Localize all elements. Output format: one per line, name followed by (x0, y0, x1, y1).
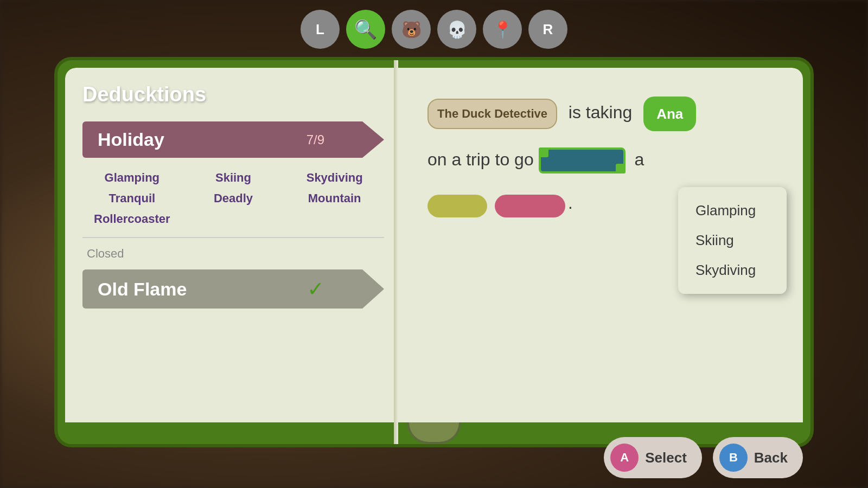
page-title: Deducktions (82, 83, 384, 106)
select-button[interactable]: A Select (604, 437, 702, 478)
clues-icon: 💀 (447, 20, 467, 39)
holiday-banner-count: 7/9 (307, 132, 324, 147)
checkmark-icon: ✓ (307, 277, 324, 301)
character-icon: 🐻 (401, 20, 422, 39)
section-divider (82, 237, 384, 238)
activity-mountain[interactable]: Mountain (289, 189, 380, 208)
verb-text: is taking (569, 102, 632, 122)
back-label: Back (754, 450, 788, 466)
duck-detective-badge: The Duck Detective (427, 99, 557, 129)
activity-skydiving[interactable]: Skydiving (289, 169, 380, 187)
spine-knob (407, 422, 461, 444)
right-trigger-btn[interactable]: R (528, 10, 567, 49)
closed-label: Closed (82, 247, 384, 261)
deduction-sentence-2: on a trip to go a (427, 142, 777, 177)
dropdown-item-skydiving[interactable]: Skydiving (678, 255, 787, 285)
holiday-banner-title: Holiday (98, 129, 164, 150)
activity-deadly[interactable]: Deadly (188, 189, 279, 208)
map-icon: 📍 (493, 20, 513, 39)
right-page: The Duck Detective is taking Ana on a tr… (401, 68, 803, 422)
activity-glamping[interactable]: Glamping (87, 169, 177, 187)
middle-text: on a trip to go (427, 150, 539, 169)
search-icon: 🔍 (354, 18, 377, 40)
deduction-sentence: The Duck Detective is taking Ana (427, 95, 777, 131)
left-page: Deducktions Holiday 7/9 Glamping Skiing … (65, 68, 401, 422)
dropdown-menu[interactable]: Glamping Skiing Skydiving (678, 187, 787, 294)
tab-clues[interactable]: 💀 (437, 10, 476, 49)
select-circle: A (610, 444, 639, 472)
bottom-buttons: A Select B Back (604, 437, 803, 478)
old-flame-title: Old Flame (98, 279, 187, 300)
book-pages: Deducktions Holiday 7/9 Glamping Skiing … (65, 68, 803, 422)
book-container: Deducktions Holiday 7/9 Glamping Skiing … (54, 57, 814, 447)
holiday-banner[interactable]: Holiday 7/9 (82, 121, 384, 158)
activity-grid: Glamping Skiing Skydiving Tranquil Deadl… (82, 169, 384, 228)
old-flame-banner[interactable]: Old Flame ✓ (82, 269, 384, 309)
dropdown-item-glamping[interactable]: Glamping (678, 196, 787, 226)
tab-character[interactable]: 🐻 (392, 10, 431, 49)
period: . (568, 193, 573, 213)
tab-search[interactable]: 🔍 (346, 10, 385, 49)
ana-badge: Ana (643, 97, 696, 131)
left-trigger-btn[interactable]: L (301, 10, 340, 49)
back-circle: B (719, 444, 748, 472)
back-button[interactable]: B Back (713, 437, 803, 478)
suffix-text: a (634, 150, 644, 169)
activity-rollercoaster[interactable]: Rollercoaster (87, 210, 177, 228)
tab-map[interactable]: 📍 (483, 10, 522, 49)
select-label: Select (645, 450, 687, 466)
blob-pink (495, 195, 565, 217)
activity-tranquil[interactable]: Tranquil (87, 189, 177, 208)
blob-yellow (427, 195, 487, 217)
book-binding (394, 68, 398, 422)
activity-skiing[interactable]: Skiing (188, 169, 279, 187)
dropdown-item-skiing[interactable]: Skiing (678, 226, 787, 255)
top-nav: L 🔍 🐻 💀 📍 R (301, 10, 567, 49)
selected-option-box[interactable] (539, 147, 626, 174)
